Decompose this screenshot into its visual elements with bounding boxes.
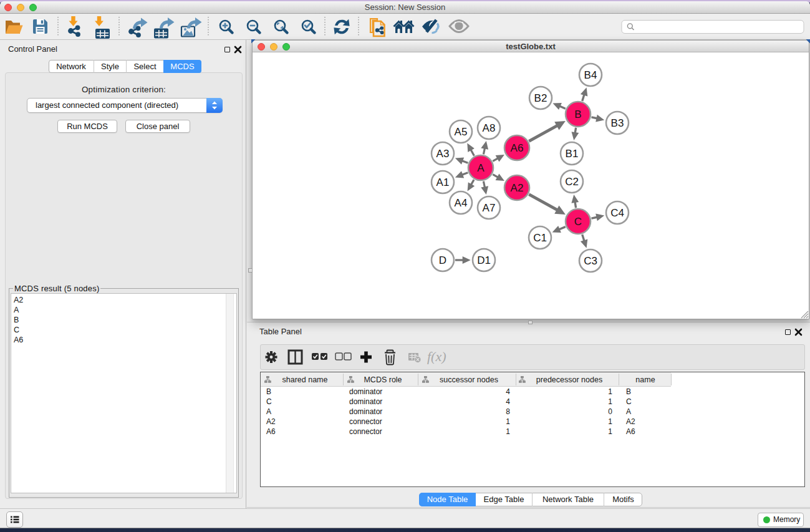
svg-text:A2: A2 [511,182,524,194]
svg-text:C: C [574,216,582,228]
svg-text:A8: A8 [483,122,496,134]
svg-text:A5: A5 [455,126,468,138]
svg-text:successor nodes: successor nodes [440,375,498,384]
svg-text:predecessor nodes: predecessor nodes [536,375,602,384]
svg-text:shared name: shared name [282,375,328,384]
svg-text:A3: A3 [436,148,450,160]
svg-text:A6: A6 [511,142,524,154]
svg-text:A7: A7 [483,202,496,214]
svg-text:D: D [439,254,446,266]
svg-text:B: B [574,109,581,120]
svg-text:MCDS role: MCDS role [364,375,402,384]
svg-text:A4: A4 [455,197,468,209]
svg-text:B4: B4 [584,69,597,81]
svg-text:D1: D1 [477,254,491,266]
svg-text:C3: C3 [584,255,597,267]
svg-text:A: A [477,162,485,174]
svg-text:f(x): f(x) [427,349,446,364]
svg-text:name: name [635,375,655,384]
svg-text:B2: B2 [534,92,547,104]
svg-text:C2: C2 [565,176,579,188]
svg-text:B3: B3 [611,117,624,129]
svg-text:C4: C4 [610,207,624,219]
svg-text:C1: C1 [533,232,547,244]
svg-text:A1: A1 [436,177,450,188]
svg-text:B1: B1 [566,148,579,160]
